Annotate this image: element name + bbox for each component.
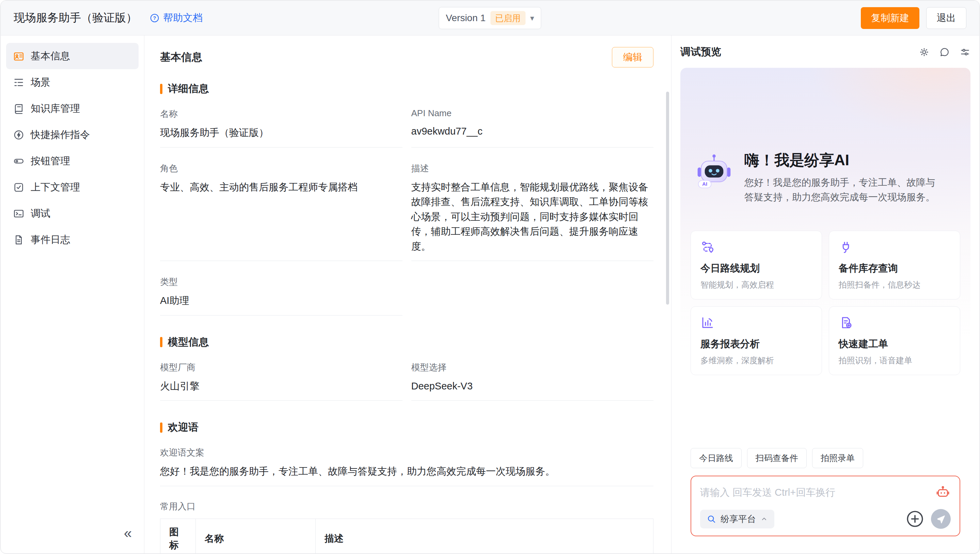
version-label: Version 1 (446, 13, 485, 24)
settings-gear-icon[interactable] (919, 47, 930, 57)
copy-create-button[interactable]: 复制新建 (861, 7, 920, 29)
main-title: 基本信息 (160, 50, 202, 64)
column-header-name: 名称 (196, 519, 316, 553)
send-button[interactable] (931, 509, 951, 529)
chat-bubble-icon[interactable] (939, 47, 950, 57)
common-entries-table: 图标 名称 描述 今日路线规划 (160, 519, 654, 554)
sidebar-item-basic-info[interactable]: 基本信息 (6, 43, 138, 69)
content-area: 基本信息 场景 知识库管理 快捷操作指令 (1, 35, 979, 553)
caret-down-icon: ▾ (530, 13, 534, 22)
main-header: 基本信息 编辑 (160, 47, 654, 67)
card-title: 快速建工单 (839, 337, 950, 351)
card-desc: 拍照识别，语音建单 (839, 355, 950, 366)
preview-title: 调试预览 (680, 45, 721, 59)
context-check-icon (13, 182, 24, 193)
scrollbar[interactable] (666, 92, 669, 305)
svg-text:?: ? (153, 15, 156, 21)
field-value: 专业、高效、主动的售后服务工程师专属搭档 (160, 180, 402, 254)
field-value: AI助理 (160, 293, 402, 308)
field-type: 类型 AI助理 (160, 276, 402, 316)
robot-avatar: AI (693, 149, 735, 192)
empty-cell (411, 276, 654, 316)
input-toolbar: 纷享平台 (700, 509, 951, 529)
field-role: 角色 专业、高效、主动的售后服务工程师专属搭档 (160, 163, 402, 261)
route-icon (700, 240, 715, 254)
sidebar-item-label: 知识库管理 (31, 102, 80, 115)
field-value: 您好！我是您的服务助手，专注工单、故障与答疑支持，助力您高效完成每一次现场服务。 (160, 464, 654, 479)
quick-command-icon (13, 129, 24, 141)
field-label: 欢迎语文案 (160, 447, 654, 458)
card-quick-ticket[interactable]: 快速建工单 拍照识别，语音建单 (829, 306, 960, 375)
greeting-block: AI 嗨！我是纷享AI 您好！我是您的服务助手，专注工单、故障与答疑支持，助力您… (690, 149, 960, 205)
scene-icon (13, 77, 24, 88)
card-title: 备件库存查询 (839, 262, 950, 275)
search-icon (706, 514, 716, 524)
chip-photo-ticket[interactable]: 拍照录单 (812, 448, 863, 468)
card-route-planning[interactable]: 今日路线规划 智能规划，高效启程 (690, 231, 822, 300)
chip-today-route[interactable]: 今日路线 (690, 448, 741, 468)
preview-header: 调试预览 (680, 45, 970, 59)
column-header-icon: 图标 (161, 519, 196, 553)
card-desc: 智能规划，高效启程 (700, 279, 812, 290)
quick-action-cards: 今日路线规划 智能规划，高效启程 备件库存查询 拍照扫备件，信息秒达 (690, 231, 960, 375)
message-input[interactable] (700, 487, 930, 498)
sidebar-item-label: 上下文管理 (31, 180, 80, 194)
help-doc-link[interactable]: ? 帮助文档 (150, 11, 203, 25)
field-model-vendor: 模型厂商 火山引擎 (160, 361, 402, 401)
page-title: 现场服务助手（验证版） (14, 10, 137, 26)
field-value: 现场服务助手（验证版） (160, 125, 402, 140)
main-panel: 基本信息 编辑 详细信息 名称 现场服务助手（验证版） API Name av9… (145, 35, 671, 553)
help-doc-label: 帮助文档 (163, 11, 203, 25)
greeting-title: 嗨！我是纷享AI (745, 150, 942, 170)
field-api-name: API Name av9ekwdu77__c (411, 108, 654, 147)
sidebar-collapse-icon[interactable]: « (124, 526, 132, 540)
field-label: 名称 (160, 108, 402, 120)
card-report-analysis[interactable]: 服务报表分析 多维洞察，深度解析 (690, 306, 822, 375)
card-parts-inventory[interactable]: 备件库存查询 拍照扫备件，信息秒达 (829, 231, 960, 300)
debug-terminal-icon (13, 208, 24, 219)
chip-scan-parts[interactable]: 扫码查备件 (747, 448, 807, 468)
table-header-row: 图标 名称 描述 (161, 519, 654, 553)
chart-icon (700, 316, 715, 330)
topbar: 现场服务助手（验证版） ? 帮助文档 Version 1 已启用 ▾ 复制新建 … (1, 1, 979, 35)
field-welcome-text: 欢迎语文案 您好！我是您的服务助手，专注工单、故障与答疑支持，助力您高效完成每一… (160, 447, 654, 486)
exit-button[interactable]: 退出 (926, 7, 966, 29)
message-input-box: 纷享平台 (690, 476, 960, 536)
common-entries-label: 常用入口 (160, 501, 654, 512)
robot-icon[interactable] (935, 484, 951, 500)
add-attachment-button[interactable] (905, 509, 925, 529)
platform-label: 纷享平台 (721, 513, 756, 525)
model-fields: 模型厂商 火山引擎 模型选择 DeepSeek-V3 (160, 361, 654, 401)
sidebar-item-debug[interactable]: 调试 (6, 200, 138, 227)
sliders-icon[interactable] (959, 47, 970, 57)
sidebar-item-label: 事件日志 (31, 233, 70, 247)
sidebar-item-scenes[interactable]: 场景 (6, 69, 138, 96)
sidebar-item-knowledge[interactable]: 知识库管理 (6, 96, 138, 121)
preview-header-icons (919, 47, 970, 57)
profile-card-icon (13, 50, 24, 62)
send-plane-icon (936, 514, 946, 524)
field-label: 角色 (160, 163, 402, 174)
field-label: 类型 (160, 276, 402, 288)
event-log-icon (13, 234, 24, 246)
section-detail-title: 详细信息 (160, 82, 654, 96)
sidebar-item-label: 调试 (31, 207, 50, 220)
chat-preview-canvas: AI 嗨！我是纷享AI 您好！我是您的服务助手，专注工单、故障与答疑支持，助力您… (680, 68, 970, 545)
sidebar-item-quick-commands[interactable]: 快捷操作指令 (6, 121, 138, 148)
field-value: 火山引擎 (160, 379, 402, 394)
greeting-text: 您好！我是您的服务助手，专注工单、故障与答疑支持，助力您高效完成每一次现场服务。 (745, 175, 942, 205)
column-header-desc: 描述 (316, 519, 654, 553)
field-value: DeepSeek-V3 (411, 379, 654, 394)
detail-fields: 名称 现场服务助手（验证版） API Name av9ekwdu77__c 角色… (160, 108, 654, 316)
welcome-fields: 欢迎语文案 您好！我是您的服务助手，专注工单、故障与答疑支持，助力您高效完成每一… (160, 447, 654, 486)
sidebar-item-button-manage[interactable]: 按钮管理 (6, 148, 138, 174)
field-value: 支持实时整合工单信息，智能规划最优路线，聚焦设备故障排查、售后流程支持、知识库调… (411, 180, 654, 254)
version-selector[interactable]: Version 1 已启用 ▾ (439, 7, 541, 29)
card-desc: 多维洞察，深度解析 (700, 355, 812, 366)
field-label: API Name (411, 108, 654, 118)
sidebar-item-context-manage[interactable]: 上下文管理 (6, 174, 138, 200)
edit-button[interactable]: 编辑 (612, 47, 654, 67)
platform-selector[interactable]: 纷享平台 (700, 510, 774, 528)
sidebar-item-event-log[interactable]: 事件日志 (6, 227, 138, 253)
chevron-up-icon (760, 515, 768, 523)
